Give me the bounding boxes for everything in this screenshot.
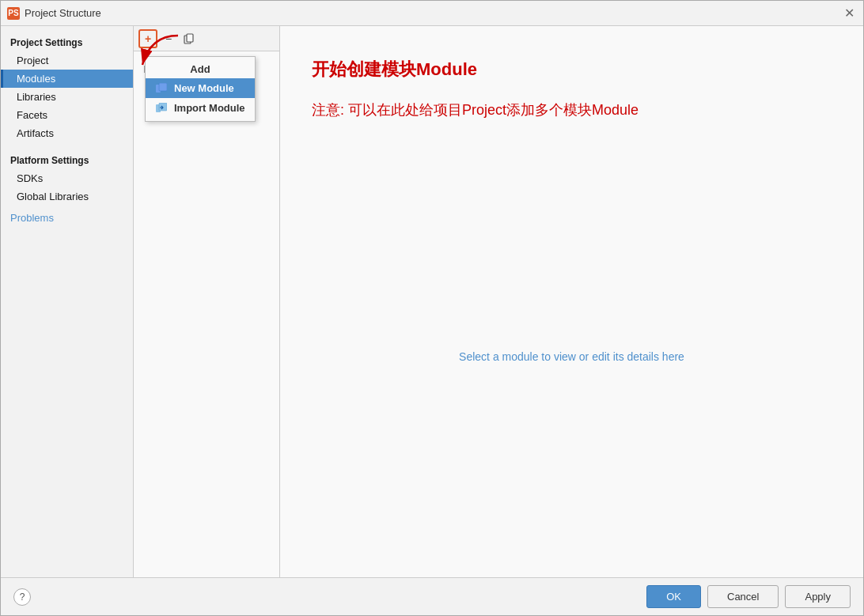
sidebar-item-modules[interactable]: Modules — [1, 70, 133, 88]
cancel-button[interactable]: Cancel — [707, 585, 779, 608]
svg-rect-7 — [187, 34, 193, 42]
copy-icon — [184, 33, 195, 44]
title-bar: PS Project Structure ✕ — [1, 1, 863, 26]
svg-rect-4 — [159, 103, 167, 111]
ok-button[interactable]: OK — [646, 585, 701, 608]
module-list-pane: + Add — [134, 26, 280, 577]
add-menu-header: Add — [146, 60, 255, 78]
main-panel: + Add — [134, 26, 863, 577]
close-button[interactable]: ✕ — [841, 6, 857, 21]
remove-module-button[interactable]: − — [159, 29, 178, 48]
svg-rect-1 — [159, 83, 167, 91]
import-module-label: Import Module — [174, 102, 245, 114]
new-module-item[interactable]: New Module — [146, 78, 255, 98]
help-button[interactable]: ? — [13, 588, 31, 606]
platform-settings-heading: Platform Settings — [1, 150, 133, 169]
sidebar-item-global-libraries[interactable]: Global Libraries — [1, 187, 133, 206]
import-module-item[interactable]: Import Module — [146, 98, 255, 118]
module-list-toolbar: + Add — [134, 26, 279, 51]
dialog-buttons: OK Cancel Apply — [646, 585, 851, 608]
add-dropdown-menu: Add — [145, 56, 256, 122]
bottom-bar: ? OK Cancel Apply — [1, 577, 863, 615]
sidebar-item-sdks[interactable]: SDKs — [1, 169, 133, 187]
apply-button[interactable]: Apply — [785, 585, 851, 608]
nothing-to-show-text: Nothing to show — [134, 51, 279, 577]
sidebar-item-artifacts[interactable]: Artifacts — [1, 124, 133, 142]
sidebar-item-project[interactable]: Project — [1, 51, 133, 70]
sidebar: Project Settings Project Modules Librari… — [1, 26, 134, 577]
import-module-icon — [155, 102, 168, 113]
sidebar-item-problems[interactable]: Problems — [1, 206, 133, 227]
copy-module-button[interactable] — [180, 29, 199, 48]
annotation-title: 开始创建模块Module — [312, 58, 477, 81]
app-icon: PS — [7, 7, 20, 20]
add-module-button[interactable]: + Add — [138, 29, 157, 48]
new-module-label: New Module — [174, 82, 234, 94]
content-area: Project Settings Project Modules Librari… — [1, 26, 863, 577]
annotation-note: 注意: 可以在此处给项目Project添加多个模块Module — [312, 100, 639, 119]
sidebar-item-libraries[interactable]: Libraries — [1, 88, 133, 106]
module-panel: + Add — [134, 26, 863, 577]
select-hint: Select a module to view or edit its deta… — [459, 350, 684, 363]
title-text: Project Structure — [25, 7, 841, 19]
new-module-icon — [155, 82, 168, 93]
project-settings-heading: Project Settings — [1, 32, 133, 51]
dropdown-menu-container: Add — [145, 56, 256, 122]
sidebar-item-facets[interactable]: Facets — [1, 106, 133, 124]
right-content-panel: 开始创建模块Module 注意: 可以在此处给项目Project添加多个模块Mo… — [280, 26, 863, 577]
project-structure-dialog: PS Project Structure ✕ Project Settings … — [0, 0, 864, 616]
